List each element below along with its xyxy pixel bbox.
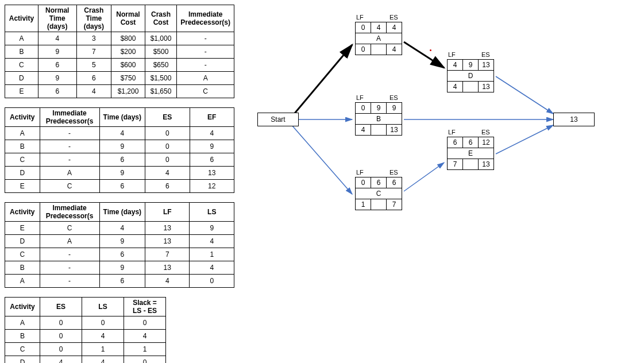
es-label: ES [481,51,490,58]
cell: 6 [99,153,145,167]
cell: 13 [190,167,234,180]
cell: 3 [76,32,111,45]
cell: $1,650 [145,85,177,98]
cell: 13 [387,125,402,136]
cell: $650 [145,59,177,72]
network-diagram: Start 13 LFES044A04 LFES099B413 LFES066C… [252,5,596,246]
cell: A [5,32,38,45]
cell: 4 [99,127,145,140]
cell: 12 [190,180,234,193]
cell: 4 [82,356,124,364]
th: LS [190,203,234,222]
table-row: C-606 [5,153,234,167]
cell: E [5,85,38,98]
cell: 4 [190,261,234,275]
cell: 4 [448,82,463,92]
cell [371,44,387,55]
node-grid: 066C17 [355,177,402,210]
activity-label: B [356,114,402,125]
cell: 9 [463,60,479,71]
activity-node-D: LFES4913D413 [447,59,494,102]
cell: 6 [387,177,402,188]
cell: 0 [40,343,82,356]
cell: 9 [99,140,145,153]
svg-line-3 [404,42,444,68]
cell: 4 [38,32,76,45]
cell: C [5,343,40,356]
th: Time (days) [99,203,145,222]
th: Activity [5,108,40,127]
cell: 4 [190,127,234,140]
cell: 7 [145,248,190,261]
cell: 4 [448,60,463,71]
cell: 6 [76,72,111,85]
node-grid: 044A04 [355,22,402,55]
node-grid: 6612E713 [447,137,494,170]
es-label: ES [481,129,490,136]
cell: 0 [40,316,82,330]
cell: - [40,127,99,140]
cell: $1,500 [145,72,177,85]
cell: $600 [111,59,145,72]
table-row: B97$200$500- [5,45,234,59]
cell: 4 [76,85,111,98]
th: Activity [5,203,40,222]
cell: 0 [356,103,371,114]
cell: $200 [111,45,145,59]
cell [371,199,387,210]
cell: 0 [190,275,234,288]
start-node: Start [257,113,299,126]
cell: - [40,140,99,153]
cell: - [40,248,99,261]
table-row: A000 [5,316,166,330]
cell: - [40,153,99,167]
cell: 4 [190,235,234,248]
cell: 4 [371,22,387,33]
th: Activity [5,298,40,316]
cell: - [177,32,234,45]
cell: 4 [145,275,190,288]
cell: $750 [111,72,145,85]
cell: 4 [82,330,124,343]
activity-node-A: LFES044A04 [355,22,402,64]
cell: 13 [145,235,190,248]
cell: A [5,127,40,140]
cell: 0 [145,127,190,140]
svg-line-2 [292,125,352,194]
cell: $1,000 [145,32,177,45]
cell: 1 [124,343,166,356]
cell: B [5,140,40,153]
cell: 4 [387,44,402,55]
activity-label: E [448,148,494,159]
cell: 13 [479,159,494,170]
table-row: B044 [5,330,166,343]
lf-label: LF [356,14,364,21]
red-dot [430,49,431,51]
table-row: B-909 [5,140,234,153]
th: Slack = LS - ES [124,298,166,316]
th: Immediate Predecessor(s [40,203,99,222]
th: EF [190,108,234,127]
node-grid: 4913D413 [447,59,494,92]
cell: B [5,330,40,343]
activity-label: D [448,71,494,82]
cell: 4 [124,330,166,343]
svg-line-5 [496,76,553,114]
activity-node-E: LFES6612E713 [447,137,494,179]
cell: C [40,180,99,193]
cell: A [5,275,40,288]
lf-label: LF [448,51,456,58]
th: ES [40,298,82,316]
cell: 13 [145,261,190,275]
cell: - [40,275,99,288]
cell: 0 [145,140,190,153]
cell: 6 [38,59,76,72]
cell: C [177,85,234,98]
es-label: ES [390,14,398,21]
cell: - [177,59,234,72]
table-row: DA9413 [5,167,234,180]
cell: 7 [448,159,463,170]
cell: A [177,72,234,85]
cell: B [5,45,38,59]
cell: 0 [124,356,166,364]
